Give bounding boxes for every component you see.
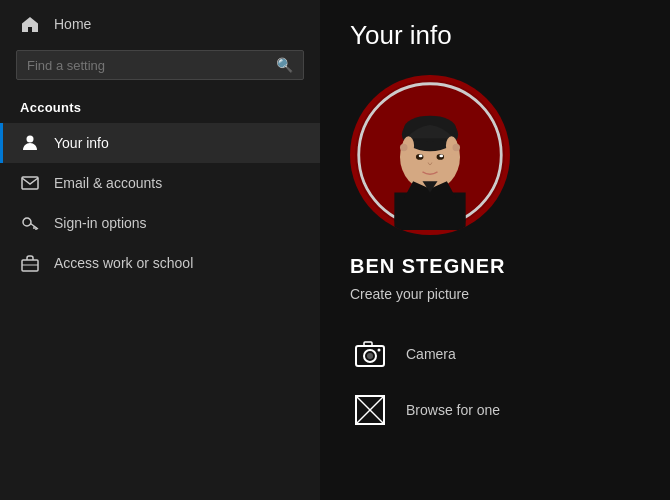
sidebar-item-sign-in-options[interactable]: Sign-in options <box>0 203 320 243</box>
sidebar-item-access-work-school[interactable]: Access work or school <box>0 243 320 283</box>
sign-in-options-label: Sign-in options <box>54 215 147 231</box>
svg-point-20 <box>419 155 423 158</box>
user-name: BEN STEGNER <box>350 255 640 278</box>
browse-label: Browse for one <box>406 402 500 418</box>
svg-point-23 <box>453 144 461 152</box>
svg-point-22 <box>400 144 408 152</box>
svg-rect-27 <box>364 342 372 346</box>
access-work-school-label: Access work or school <box>54 255 193 271</box>
svg-point-26 <box>367 353 373 359</box>
browse-icon <box>350 390 390 430</box>
accounts-heading: Accounts <box>0 92 320 123</box>
search-input[interactable] <box>27 58 276 73</box>
email-icon <box>20 173 40 193</box>
camera-icon <box>350 334 390 374</box>
person-icon <box>20 133 40 153</box>
page-title: Your info <box>350 20 640 51</box>
svg-point-0 <box>27 136 34 143</box>
sidebar-item-email-accounts[interactable]: Email & accounts <box>0 163 320 203</box>
briefcase-icon <box>20 253 40 273</box>
home-icon <box>20 14 40 34</box>
sidebar-item-your-info[interactable]: Your info <box>0 123 320 163</box>
camera-option[interactable]: Camera <box>350 326 640 382</box>
svg-point-28 <box>378 349 381 352</box>
sidebar-item-home[interactable]: Home <box>0 4 320 44</box>
camera-label: Camera <box>406 346 456 362</box>
your-info-label: Your info <box>54 135 109 151</box>
search-icon: 🔍 <box>276 57 293 73</box>
sidebar: Home 🔍 Accounts Your info Email & accoun… <box>0 0 320 500</box>
svg-point-21 <box>439 155 443 158</box>
browse-option[interactable]: Browse for one <box>350 382 640 438</box>
search-box[interactable]: 🔍 <box>16 50 304 80</box>
avatar-image <box>355 80 505 230</box>
svg-point-2 <box>23 218 31 226</box>
email-accounts-label: Email & accounts <box>54 175 162 191</box>
key-icon <box>20 213 40 233</box>
create-picture-label: Create your picture <box>350 286 640 302</box>
main-content: Your info <box>320 0 670 500</box>
home-label: Home <box>54 16 91 32</box>
svg-rect-1 <box>22 177 38 189</box>
avatar-container <box>350 75 510 235</box>
